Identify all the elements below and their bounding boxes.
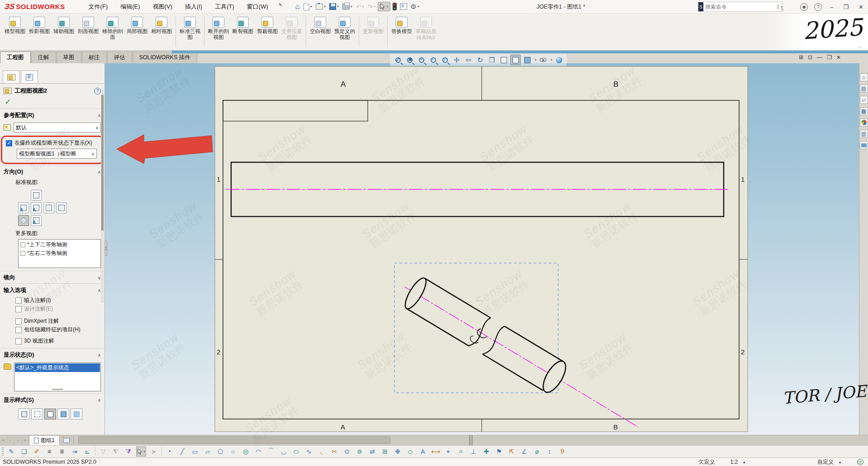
ribbon-removed-section-button[interactable]: 移除的剖面 [100, 15, 125, 40]
menubar-pin-icon[interactable]: ✒ [273, 0, 285, 13]
toolbar-grip[interactable] [2, 447, 4, 456]
drawing-viewport[interactable]: A B A B 1 2 1 2 [105, 63, 859, 435]
checkbox[interactable] [20, 251, 25, 256]
line-thickness-icon[interactable]: ≡ [44, 447, 54, 457]
line-color-icon[interactable]: ✐ [32, 447, 42, 457]
section-mirror[interactable]: 镜向 ∨ [0, 271, 104, 283]
home-button[interactable]: ⌂ [294, 1, 301, 12]
print-button[interactable]: ▾ [341, 3, 354, 10]
scrollbar-thumb[interactable] [101, 95, 104, 231]
polygon-icon[interactable]: ⬠ [215, 447, 225, 457]
home-icon[interactable]: ⌂ [860, 73, 868, 81]
filter-toggle-icon[interactable]: ⧩ [123, 447, 133, 457]
layer-properties-icon[interactable]: ⊾ [82, 447, 92, 457]
line-icon[interactable]: ╱ [177, 447, 187, 457]
custom-properties-icon[interactable]: ▥ [860, 130, 868, 138]
view-palette-icon[interactable]: ▦ [860, 107, 868, 115]
panel-scrollbar[interactable] [101, 90, 104, 303]
pan-button[interactable]: ✢ [451, 55, 462, 65]
linear-pattern-icon[interactable]: ⊞ [380, 447, 390, 457]
import-annotations-row[interactable]: 输入注解(I) [0, 296, 104, 305]
ribbon-crop-view-button[interactable]: 剪裁视图 [255, 15, 280, 34]
view-orientation-button[interactable] [498, 55, 509, 65]
apply-scene-icon[interactable]: ❏ [19, 447, 29, 457]
search-input[interactable] [703, 4, 777, 10]
zoom-fit-button[interactable]: ⤢ [393, 55, 403, 65]
menu-insert[interactable]: 插入(I) [180, 1, 208, 13]
line-style-icon[interactable]: ⩸ [57, 447, 67, 457]
window-restore-icon[interactable]: ❐ [827, 54, 832, 61]
hidden-feature-items-row[interactable]: 包括隐藏特征的项目(H) [0, 325, 104, 334]
search-icon[interactable] [777, 5, 779, 9]
centerpoint-arc-icon[interactable]: ◠ [253, 447, 263, 457]
sheet-nav-last-button[interactable]: » [22, 435, 29, 445]
hidden-lines-removed-button[interactable] [44, 409, 56, 419]
trim-entities-icon[interactable]: ✂ [329, 447, 339, 457]
minimize-button[interactable]: – [828, 4, 835, 10]
file-explorer-icon[interactable]: ▱ [860, 96, 868, 104]
ribbon-replace-model-button[interactable]: 替换模型 [389, 15, 414, 34]
ellipse-icon[interactable]: ⬭ [291, 447, 301, 457]
view-front-button[interactable]: A [18, 202, 29, 213]
ok-button[interactable]: ✓ [0, 97, 104, 108]
display-relations-icon[interactable]: ⊥ [469, 447, 479, 457]
rotate-view-button[interactable]: ↻ [475, 55, 485, 65]
offset-entities-icon[interactable]: ⊚ [355, 447, 365, 457]
diameter-dimension-icon[interactable]: ⌀ [532, 447, 542, 457]
dimxpert-annotations-row[interactable]: DimXpert 注解 [0, 317, 104, 325]
break-view-dropdown[interactable]: 模型断裂视图1（模型断 ∨ [17, 149, 97, 159]
section-display-state[interactable]: 显示状态(D) ∧ [0, 348, 104, 361]
tab-dimension[interactable]: 标注 [82, 52, 107, 63]
options-list-button[interactable] [399, 2, 408, 11]
grid-icon[interactable]: ⌗ [456, 447, 466, 457]
sheet-tab-active[interactable]: 图纸1 [29, 435, 60, 445]
3d-view-annotations-checkbox[interactable] [15, 338, 22, 344]
window-cascade-icon[interactable]: ⊡ [808, 54, 812, 61]
view-bottom-button[interactable] [56, 202, 67, 213]
section-orientation[interactable]: 方向(O) ∧ [0, 165, 104, 178]
quick-snaps-icon[interactable]: ⌖ [443, 447, 453, 457]
ribbon-standard-3-view-button[interactable]: 标准三视图 [178, 15, 202, 40]
display-state-selected-item[interactable]: <默认>_外观显示状态 [15, 363, 100, 372]
section-view-button[interactable] [522, 55, 532, 65]
zoom-selection-button[interactable]: ▫ [428, 55, 438, 65]
zoom-area-button[interactable]: ▣ [404, 55, 415, 65]
help-icon[interactable]: ? [814, 3, 822, 11]
sketch-fillet-icon[interactable]: ◟ [317, 447, 327, 457]
status-sheet-scale[interactable]: 1:2▲ [730, 459, 746, 465]
help-icon[interactable]: ? [94, 88, 101, 94]
select-button[interactable]: ▾ [378, 2, 390, 11]
magnifier-button[interactable]: ↓ [440, 55, 450, 65]
shaded-with-edges-button[interactable] [57, 409, 69, 419]
exploded-state-checkbox[interactable] [6, 140, 12, 146]
listbox-resize-grip[interactable] [52, 389, 63, 390]
checkbox[interactable] [20, 242, 25, 247]
scrollbar-thumb[interactable] [78, 436, 390, 444]
ribbon-collapse-chevron-icon[interactable]: ︿ [858, 43, 862, 50]
view-back-button[interactable] [43, 202, 54, 213]
edit-appearance-button[interactable] [554, 55, 564, 65]
parallelogram-icon[interactable]: ▱ [203, 447, 213, 457]
ribbon-break-view-button[interactable]: 断裂视图 [231, 15, 255, 34]
account-icon[interactable]: ☻ [800, 3, 808, 11]
display-style-button[interactable] [510, 55, 521, 65]
ribbon-section-view-button[interactable]: 剖面视图 [76, 15, 100, 34]
ribbon-auxiliary-view-button[interactable]: 辅助视图 [52, 15, 76, 34]
view-right-button[interactable]: A [31, 215, 42, 226]
chevron-down-icon[interactable]: ▾ [550, 58, 552, 62]
point-icon[interactable]: • [165, 447, 175, 457]
menu-tools[interactable]: 工具(T) [209, 1, 240, 13]
hide-show-edges-icon[interactable]: ⇥ [70, 447, 80, 457]
list-item[interactable]: *左右二等角轴测 [19, 249, 100, 258]
command-search[interactable]: Ｓ ▾ [698, 2, 783, 12]
numeric-input-icon[interactable]: ９ [557, 447, 567, 457]
new-document-button[interactable]: ▾ [302, 2, 313, 11]
mirror-entities-icon[interactable]: ⇄ [367, 447, 377, 457]
restore-button[interactable]: ❐ [841, 4, 850, 10]
tab-feature-tree[interactable] [21, 71, 38, 83]
menu-view[interactable]: 视图(V) [147, 1, 178, 13]
move-entities-icon[interactable]: ✥ [393, 447, 403, 457]
window-minimize-icon[interactable]: — [817, 54, 822, 61]
appearances-icon[interactable] [860, 118, 868, 127]
spline-icon[interactable]: ∿ [304, 447, 314, 457]
